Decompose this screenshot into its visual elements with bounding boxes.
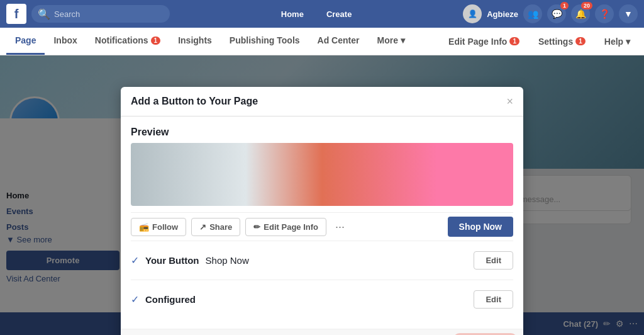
topbar-home[interactable]: Home [276, 7, 309, 21]
help-btn[interactable]: Help ▾ [597, 28, 638, 55]
preview-actions-bar: 📻 Follow ↗ Share ✏ Edit Page Info ··· Sh… [131, 212, 513, 241]
notifications-nav-badge: 1 [151, 37, 161, 45]
configured-section: ✓ Configured Edit [131, 280, 513, 319]
modal-footer: Final Review Back Finish [121, 329, 523, 335]
modal-body: Preview 📻 Follow ↗ Share ✏ Edit Page Inf… [121, 116, 523, 329]
messages-icon-btn[interactable]: 💬 1 [547, 4, 566, 23]
nav-page[interactable]: Page [6, 28, 45, 55]
edit-page-info-preview-btn[interactable]: ✏ Edit Page Info [245, 218, 326, 236]
shop-now-preview-btn[interactable]: Shop Now [448, 217, 513, 237]
search-input[interactable] [54, 9, 164, 19]
search-bar[interactable]: 🔍 [31, 5, 170, 23]
nav-more[interactable]: More ▾ [368, 28, 413, 55]
page-nav-bar: Page Inbox Notifications 1 Insights Publ… [0, 28, 644, 55]
help-icon-btn[interactable]: ❓ [595, 4, 614, 23]
topbar-create[interactable]: Create [321, 7, 357, 21]
check-icon-2: ✓ [131, 293, 139, 305]
username-label: Agbieze [487, 9, 518, 19]
cover-image-inner [131, 143, 513, 206]
topbar-nav: Home Create [170, 7, 463, 21]
your-button-label: Your Button [145, 255, 199, 266]
topbar-right: 👤 Agbieze 👥 💬 1 🔔 20 ❓ ▼ [463, 4, 638, 23]
settings-btn[interactable]: Settings 1 [531, 28, 593, 55]
modal-close-button[interactable]: × [506, 96, 513, 107]
share-icon: ↗ [199, 222, 206, 232]
modal-title: Add a Button to Your Page [131, 96, 258, 107]
main-content: Just Kitchen Home Events Posts ▼ See mor… [0, 55, 644, 335]
share-preview-btn[interactable]: ↗ Share [191, 218, 240, 236]
edit-page-badge: 1 [509, 37, 519, 45]
check-icon-1: ✓ [131, 254, 139, 266]
your-button-edit-btn[interactable]: Edit [474, 251, 513, 270]
configured-left: ✓ Configured [131, 293, 196, 305]
your-button-section: ✓ Your Button Shop Now Edit [131, 241, 513, 280]
configured-label: Configured [145, 294, 196, 305]
notifications-icon-btn[interactable]: 🔔 20 [571, 4, 590, 23]
edit-page-info-btn[interactable]: Edit Page Info 1 [441, 28, 527, 55]
page-nav-right: Edit Page Info 1 Settings 1 Help ▾ [441, 28, 638, 55]
follow-icon: 📻 [139, 222, 149, 232]
your-button-value: Shop Now [206, 255, 249, 266]
nav-inbox[interactable]: Inbox [45, 28, 86, 55]
search-icon: 🔍 [38, 8, 50, 20]
nav-insights[interactable]: Insights [169, 28, 221, 55]
nav-ad-center[interactable]: Ad Center [309, 28, 369, 55]
messages-badge: 1 [560, 2, 569, 9]
modal-header: Add a Button to Your Page × [121, 87, 523, 116]
avatar[interactable]: 👤 [463, 4, 482, 23]
nav-notifications[interactable]: Notifications 1 [86, 28, 169, 55]
follow-preview-btn[interactable]: 📻 Follow [131, 218, 186, 236]
nav-publishing-tools[interactable]: Publishing Tools [221, 28, 309, 55]
preview-cover-image [131, 143, 513, 206]
add-button-modal: Add a Button to Your Page × Preview 📻 Fo… [121, 87, 523, 335]
preview-label: Preview [131, 127, 513, 138]
configured-edit-btn[interactable]: Edit [474, 290, 513, 309]
notifications-badge: 20 [581, 2, 592, 9]
your-button-left: ✓ Your Button Shop Now [131, 254, 249, 266]
fb-logo-icon: f [6, 4, 26, 24]
friends-icon-btn[interactable]: 👥 [523, 4, 542, 23]
more-options-btn[interactable]: ··· [331, 218, 348, 236]
account-menu-btn[interactable]: ▼ [619, 4, 638, 23]
facebook-topbar: f 🔍 Home Create 👤 Agbieze 👥 💬 1 🔔 20 ❓ ▼ [0, 0, 644, 28]
pencil-icon: ✏ [253, 222, 260, 232]
settings-badge: 1 [575, 37, 586, 45]
